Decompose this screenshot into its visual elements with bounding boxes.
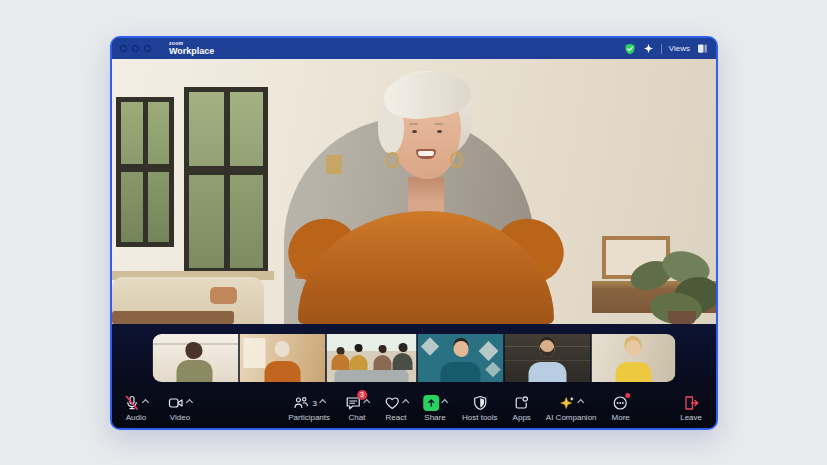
views-label[interactable]: Views	[669, 44, 690, 53]
participant-torso	[177, 360, 213, 382]
video-label: Video	[170, 413, 190, 422]
speaker-teeth	[418, 151, 434, 156]
participants-icon	[293, 395, 309, 411]
ai-sparkle-icon[interactable]	[643, 43, 654, 54]
filmstrip-band	[112, 324, 716, 391]
participant-head	[355, 344, 363, 352]
arch-artwork	[326, 155, 342, 174]
react-button[interactable]: React	[384, 395, 408, 422]
participants-options-chevron-icon[interactable]	[319, 398, 326, 405]
meeting-toolbar: Audio Video	[112, 391, 716, 428]
participant-torso	[441, 362, 481, 382]
main-video-tile[interactable]	[112, 59, 716, 324]
conference-table	[335, 370, 409, 382]
speaker-eye	[437, 130, 442, 133]
titlebar: zoom Workplace Views	[112, 38, 716, 59]
speaker-eye	[412, 130, 417, 133]
leave-meeting-icon	[683, 395, 699, 411]
couch-pillow	[210, 287, 237, 304]
filmstrip-tile[interactable]	[240, 334, 326, 382]
microphone-muted-icon	[124, 395, 140, 411]
video-options-chevron-icon[interactable]	[186, 398, 193, 405]
heart-react-icon	[384, 395, 400, 411]
share-screen-icon	[423, 395, 439, 411]
ai-companion-button[interactable]: AI Companion	[546, 395, 597, 422]
participant-torso	[616, 362, 652, 382]
participant-head	[186, 342, 203, 359]
host-tools-button[interactable]: Host tools	[462, 395, 498, 422]
more-label: More	[612, 413, 630, 422]
zoom-workplace-logo: zoom Workplace	[169, 41, 214, 56]
participants-label: Participants	[288, 413, 330, 422]
apps-icon	[514, 395, 530, 411]
host-tools-shield-icon	[472, 395, 488, 411]
leave-button[interactable]: Leave	[680, 395, 702, 422]
close-window-icon[interactable]	[120, 45, 127, 52]
participant-head	[275, 341, 290, 357]
plant-pot	[668, 311, 696, 324]
video-button[interactable]: Video	[168, 395, 192, 422]
participant-torso	[332, 354, 350, 370]
desktop-background: zoom Workplace Views	[0, 0, 827, 465]
host-tools-label: Host tools	[462, 413, 498, 422]
chat-label: Chat	[349, 413, 366, 422]
participants-count: 3	[312, 399, 316, 408]
window-controls[interactable]	[120, 45, 151, 52]
audio-options-chevron-icon[interactable]	[142, 398, 149, 405]
bright-window	[244, 338, 266, 368]
window-left-small	[116, 97, 174, 247]
filmstrip	[153, 334, 676, 382]
audio-label: Audio	[126, 413, 146, 422]
security-shield-icon[interactable]	[624, 43, 636, 55]
ai-companion-sparkle-icon	[559, 395, 575, 411]
hoop-earring	[386, 152, 399, 168]
participant-head	[540, 340, 555, 357]
more-notification-dot	[626, 393, 631, 398]
filmstrip-tile[interactable]	[153, 334, 239, 382]
more-button[interactable]: More	[612, 395, 630, 422]
share-label: Share	[424, 413, 445, 422]
chat-button[interactable]: 3 Chat	[345, 395, 369, 422]
apps-button[interactable]: Apps	[513, 395, 531, 422]
coffee-table	[112, 311, 234, 324]
maximize-window-icon[interactable]	[144, 45, 151, 52]
share-options-chevron-icon[interactable]	[441, 398, 448, 405]
participant-torso	[393, 353, 413, 370]
participant-head	[379, 345, 387, 353]
participant-head	[454, 341, 469, 357]
window-left-large	[184, 87, 268, 273]
apps-label: Apps	[513, 413, 531, 422]
participant-torso	[265, 361, 301, 382]
share-button[interactable]: Share	[423, 395, 447, 422]
view-layout-icon[interactable]	[697, 43, 708, 54]
ai-companion-options-chevron-icon[interactable]	[577, 398, 584, 405]
participant-torso	[350, 355, 368, 370]
participants-button[interactable]: 3 Participants	[288, 395, 330, 422]
react-options-chevron-icon[interactable]	[402, 398, 409, 405]
ai-companion-label: AI Companion	[546, 413, 597, 422]
leave-label: Leave	[680, 413, 702, 422]
participant-head	[399, 343, 408, 352]
workplace-logo-text: Workplace	[169, 47, 214, 56]
filmstrip-tile[interactable]	[327, 334, 417, 382]
hoop-earring	[450, 152, 463, 168]
minimize-window-icon[interactable]	[132, 45, 139, 52]
filmstrip-tile[interactable]	[592, 334, 676, 382]
filmstrip-tile[interactable]	[505, 334, 591, 382]
participant-head	[626, 340, 641, 356]
video-camera-icon	[168, 395, 184, 411]
titlebar-separator	[661, 44, 662, 54]
shelf-line	[505, 360, 591, 361]
zoom-workplace-window: zoom Workplace Views	[110, 36, 718, 430]
participant-torso	[374, 355, 392, 370]
filmstrip-tile[interactable]	[418, 334, 504, 382]
audio-button[interactable]: Audio	[124, 395, 148, 422]
react-label: React	[386, 413, 407, 422]
participant-torso	[529, 362, 567, 382]
